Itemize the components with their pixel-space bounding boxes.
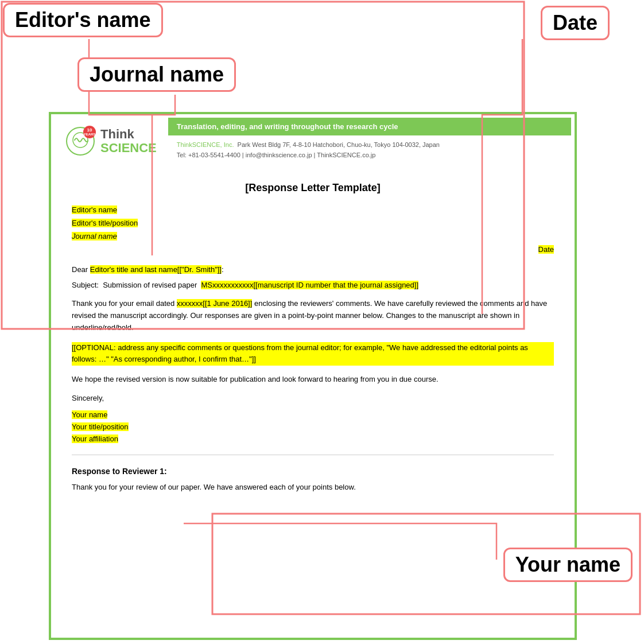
journal-name-label: Journal name bbox=[77, 57, 236, 92]
date-label: Date bbox=[541, 6, 610, 40]
your-name-label: Your name bbox=[503, 548, 633, 582]
green-border bbox=[49, 112, 577, 640]
editors-name-label: Editor's name bbox=[3, 3, 163, 37]
